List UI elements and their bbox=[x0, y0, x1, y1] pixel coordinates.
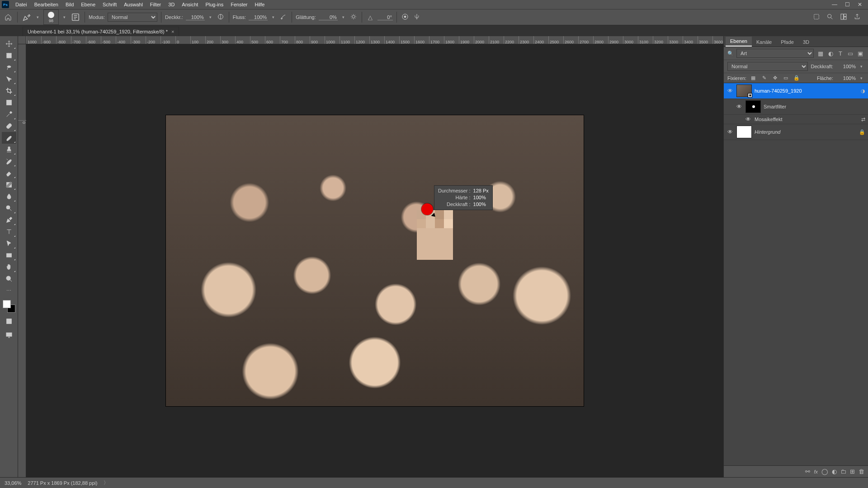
menu-bild[interactable]: Bild bbox=[62, 1, 77, 8]
opacity-input[interactable] bbox=[186, 14, 205, 20]
menu-plug-ins[interactable]: Plug-ins bbox=[202, 1, 227, 8]
menu-schrift[interactable]: Schrift bbox=[99, 1, 120, 8]
lock-indicator-icon[interactable]: 🔒 bbox=[859, 129, 865, 135]
window-maximize[interactable]: ☐ bbox=[841, 1, 854, 8]
smoothing-chevron[interactable]: ▾ bbox=[340, 15, 346, 19]
menu-auswahl[interactable]: Auswahl bbox=[120, 1, 146, 8]
symmetry-icon[interactable] bbox=[412, 13, 421, 22]
layer-name[interactable]: Mosaikeffekt bbox=[755, 117, 859, 122]
filter-smart-icon[interactable]: ▣ bbox=[856, 49, 864, 57]
move-tool[interactable] bbox=[2, 38, 16, 50]
blur-tool[interactable] bbox=[2, 191, 16, 202]
vertical-ruler[interactable]: 0 bbox=[18, 44, 26, 477]
layer-name[interactable]: Smartfilter bbox=[764, 104, 865, 109]
zoom-level[interactable]: 33,06% bbox=[5, 480, 21, 486]
layer-row[interactable]: 👁 Mosaikeffekt ⇄ bbox=[724, 115, 868, 124]
screen-mode-toggle[interactable] bbox=[2, 329, 16, 341]
canvas[interactable]: Durchmesser :128 Px Härte :100% Deckkraf… bbox=[26, 44, 723, 477]
flow-input[interactable] bbox=[249, 14, 268, 20]
lock-position-icon[interactable]: ✥ bbox=[771, 75, 779, 81]
layer-row[interactable]: 👁 ▣ human-740259_1920 ◑ bbox=[724, 83, 868, 99]
tool-preset-picker[interactable] bbox=[21, 12, 32, 23]
layer-row[interactable]: 👁 Hintergrund 🔒 bbox=[724, 124, 868, 140]
blend-mode-select[interactable]: Normal bbox=[108, 13, 157, 22]
layer-fx-icon[interactable]: fx bbox=[814, 468, 818, 475]
fill-chevron[interactable]: ▾ bbox=[859, 76, 864, 80]
layer-name[interactable]: Hintergrund bbox=[755, 129, 856, 135]
flow-chevron[interactable]: ▾ bbox=[270, 15, 276, 19]
type-tool[interactable] bbox=[2, 226, 16, 238]
airbrush-icon[interactable] bbox=[279, 13, 288, 22]
rectangle-tool[interactable] bbox=[2, 249, 16, 261]
layer-thumbnail[interactable] bbox=[736, 126, 752, 138]
delete-layer-icon[interactable]: 🗑 bbox=[859, 468, 864, 475]
filter-adjust-icon[interactable]: ◐ bbox=[826, 49, 835, 57]
stamp-tool[interactable] bbox=[2, 144, 16, 155]
menu-ansicht[interactable]: Ansicht bbox=[178, 1, 202, 8]
layer-blend-select[interactable]: Normal bbox=[727, 62, 808, 71]
window-minimize[interactable]: — bbox=[828, 1, 841, 8]
brush-tool[interactable] bbox=[2, 132, 16, 144]
dodge-tool[interactable] bbox=[2, 202, 16, 214]
layer-row[interactable]: 👁 Smartfilter bbox=[724, 99, 868, 115]
layer-name[interactable]: human-740259_1920 bbox=[755, 88, 858, 94]
healing-tool[interactable] bbox=[2, 120, 16, 132]
adjustment-layer-icon[interactable]: ◐ bbox=[832, 468, 837, 475]
brush-settings-icon[interactable] bbox=[70, 12, 81, 23]
home-button[interactable] bbox=[3, 12, 14, 23]
tab-close-icon[interactable]: × bbox=[171, 29, 174, 34]
lock-artboard-icon[interactable]: ▭ bbox=[782, 75, 790, 81]
menu-fenster[interactable]: Fenster bbox=[227, 1, 251, 8]
menu-filter[interactable]: Filter bbox=[146, 1, 165, 8]
layer-thumbnail[interactable]: ▣ bbox=[736, 84, 752, 97]
menu-3d[interactable]: 3D bbox=[165, 1, 178, 8]
menu-bearbeiten[interactable]: Bearbeiten bbox=[31, 1, 62, 8]
pressure-opacity-icon[interactable] bbox=[216, 13, 225, 22]
menu-hilfe[interactable]: Hilfe bbox=[251, 1, 268, 8]
history-brush-tool[interactable] bbox=[2, 155, 16, 167]
new-layer-icon[interactable]: ⊞ bbox=[850, 468, 855, 475]
color-swatches[interactable] bbox=[3, 300, 15, 313]
select-subject-icon[interactable] bbox=[812, 13, 821, 22]
hand-tool[interactable] bbox=[2, 261, 16, 273]
brush-preview[interactable]: 98 bbox=[43, 9, 59, 25]
filter-shape-icon[interactable]: ▭ bbox=[846, 49, 854, 57]
fill-input[interactable] bbox=[836, 75, 856, 81]
angle-input[interactable] bbox=[377, 14, 393, 20]
eyedropper-tool[interactable] bbox=[2, 108, 16, 120]
smoothing-input[interactable] bbox=[319, 14, 338, 20]
visibility-toggle[interactable]: 👁 bbox=[736, 103, 743, 110]
pen-tool[interactable] bbox=[2, 214, 16, 226]
document-tab[interactable]: Unbenannt-1 bei 33,1% (human-740259_1920… bbox=[23, 27, 179, 36]
lasso-tool[interactable] bbox=[2, 61, 16, 73]
visibility-toggle[interactable]: 👁 bbox=[726, 88, 734, 94]
tab-kanaele[interactable]: Kanäle bbox=[752, 38, 776, 47]
menu-datei[interactable]: Datei bbox=[12, 1, 31, 8]
eraser-tool[interactable] bbox=[2, 167, 16, 179]
lock-paint-icon[interactable]: ✎ bbox=[760, 75, 768, 81]
layer-opacity-input[interactable] bbox=[836, 64, 856, 69]
quick-select-tool[interactable] bbox=[2, 73, 16, 85]
path-select-tool[interactable] bbox=[2, 238, 16, 249]
marquee-tool[interactable] bbox=[2, 50, 16, 61]
status-chevron[interactable]: 〉 bbox=[104, 479, 108, 486]
quick-mask-toggle[interactable] bbox=[2, 315, 16, 327]
foreground-color-swatch[interactable] bbox=[3, 300, 11, 308]
lock-transparent-icon[interactable]: ▦ bbox=[749, 75, 757, 81]
tab-pfade[interactable]: Pfade bbox=[776, 38, 798, 47]
filter-type-icon[interactable]: T bbox=[836, 49, 844, 57]
crop-tool[interactable] bbox=[2, 85, 16, 97]
brush-picker-chevron[interactable]: ▾ bbox=[61, 15, 67, 19]
menu-ebene[interactable]: Ebene bbox=[77, 1, 99, 8]
filter-image-icon[interactable]: ▦ bbox=[816, 49, 825, 57]
doc-info[interactable]: 2771 Px x 1869 Px (182,88 ppi) bbox=[28, 480, 97, 486]
search-icon[interactable]: 🔍 bbox=[727, 51, 734, 56]
horizontal-ruler[interactable]: 1000-900-800-700-600-500-400-300-200-100… bbox=[26, 36, 723, 44]
edit-toolbar[interactable]: ⋯ bbox=[2, 285, 16, 296]
gradient-tool[interactable] bbox=[2, 179, 16, 191]
share-icon[interactable] bbox=[853, 13, 862, 22]
zoom-tool[interactable] bbox=[2, 273, 16, 285]
pressure-size-icon[interactable] bbox=[401, 13, 410, 22]
window-close[interactable]: ✕ bbox=[854, 1, 866, 8]
tab-3d[interactable]: 3D bbox=[798, 38, 814, 47]
